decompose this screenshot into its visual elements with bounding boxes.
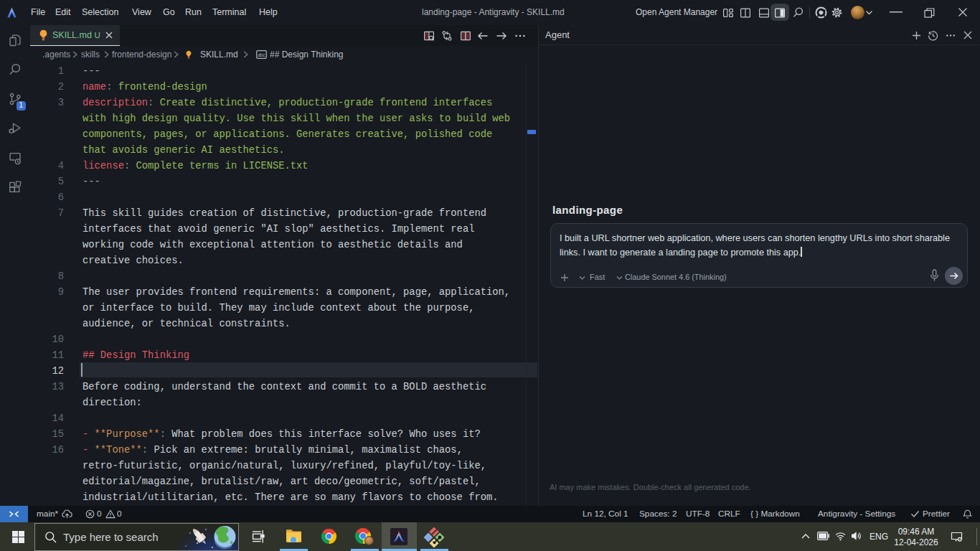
svg-text:abc: abc [258,52,265,57]
